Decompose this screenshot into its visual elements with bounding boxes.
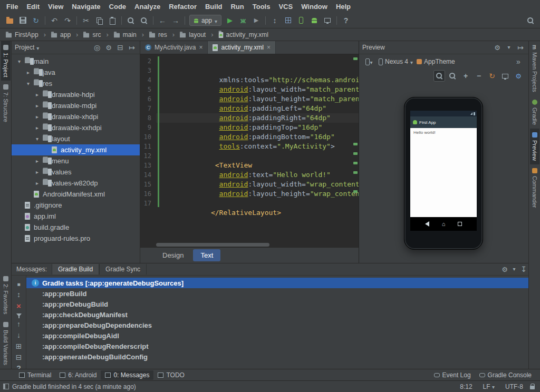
code-line[interactable]: 13 android:layout_width="wrap_content" xyxy=(140,161,359,170)
project-panel-title[interactable]: Project xyxy=(15,44,34,51)
error-stripe-mark[interactable] xyxy=(353,152,358,155)
caret-position[interactable]: 8:12 xyxy=(456,383,476,390)
menu-item[interactable]: Navigate xyxy=(68,2,104,12)
redo-icon[interactable] xyxy=(61,14,74,27)
zoom-in-icon[interactable] xyxy=(460,70,471,82)
zoom-actual-icon[interactable] xyxy=(447,70,458,82)
undo-icon[interactable] xyxy=(48,14,61,27)
run-configuration-select[interactable]: app xyxy=(189,15,221,26)
chevron-down-icon[interactable] xyxy=(36,44,39,51)
code-line[interactable]: 2 xmlns:tools="http://schemas.android.co xyxy=(140,56,359,66)
tree-row[interactable]: ▸ values xyxy=(12,166,140,178)
code-editor[interactable]: 2 xmlns:tools="http://schemas.android.co… xyxy=(140,54,359,247)
navigate-forward-icon[interactable] xyxy=(169,14,182,27)
tree-row[interactable]: app.iml xyxy=(12,211,140,222)
run-button[interactable] xyxy=(224,14,236,27)
editor-mode-tab[interactable]: Design xyxy=(155,249,191,261)
breadcrumb-item[interactable]: res xyxy=(148,31,178,38)
replace-icon[interactable] xyxy=(138,14,150,27)
preview-settings-icon[interactable] xyxy=(513,70,524,82)
encoding-select[interactable]: UTF-8 xyxy=(502,383,527,390)
line-number[interactable]: 4 xyxy=(140,75,156,85)
scroll-from-source-icon[interactable] xyxy=(92,43,102,52)
tree-expand-arrow[interactable]: ▸ xyxy=(27,70,34,75)
code-line[interactable]: 8 android:paddingBottom="16dp" xyxy=(140,113,359,123)
error-stripe-mark[interactable] xyxy=(353,171,358,174)
tree-row[interactable]: activity_my.xml xyxy=(12,144,140,155)
line-number[interactable]: 13 xyxy=(140,161,156,170)
editor-tab[interactable]: activity_my.xml × xyxy=(208,41,275,54)
message-row[interactable]: :app:compileDebugRenderscript xyxy=(26,341,528,351)
tree-row[interactable]: ▸ drawable-xhdpi xyxy=(12,111,140,122)
expand-all-icon[interactable] xyxy=(16,342,22,350)
tree-row[interactable]: build.gradle xyxy=(12,222,140,233)
tree-row[interactable]: ▾ main xyxy=(12,56,140,67)
stop-icon[interactable] xyxy=(17,280,20,287)
line-number[interactable]: 2 xyxy=(140,56,156,66)
code-line[interactable]: 6 android:paddingRight="64dp" xyxy=(140,94,359,104)
run-with-coverage-icon[interactable] xyxy=(250,14,263,27)
find-icon[interactable] xyxy=(124,14,137,27)
line-number[interactable]: 9 xyxy=(140,123,156,132)
scroll-to-end-icon[interactable] xyxy=(519,264,528,274)
paste-icon[interactable] xyxy=(106,14,119,27)
line-number[interactable]: 12 xyxy=(140,151,156,161)
copy-icon[interactable] xyxy=(93,14,105,27)
line-separator-select[interactable]: LF xyxy=(479,383,498,390)
error-stripe-mark[interactable] xyxy=(353,162,358,164)
tree-row[interactable]: ▸ drawable-mdpi xyxy=(12,100,140,111)
tool-window-button[interactable]: Preview xyxy=(530,129,539,164)
chevron-down-icon[interactable] xyxy=(504,43,514,52)
tree-row[interactable]: proguard-rules.pro xyxy=(12,233,140,244)
help-icon[interactable] xyxy=(16,365,21,369)
gear-icon[interactable] xyxy=(104,43,113,52)
tree-row[interactable]: ▾ res xyxy=(12,78,140,89)
orientation-select[interactable] xyxy=(363,56,375,67)
attach-debugger-icon[interactable] xyxy=(268,14,281,27)
line-number[interactable]: 7 xyxy=(140,104,156,113)
code-line[interactable]: 14 android:layout_height="wrap_conten xyxy=(140,170,359,180)
tree-row[interactable]: ▸ java xyxy=(12,67,140,78)
menu-item[interactable]: Tools xyxy=(248,2,275,12)
tool-window-button[interactable]: Commander xyxy=(530,164,539,212)
zoom-out-icon[interactable] xyxy=(473,70,485,82)
gear-icon[interactable] xyxy=(493,43,502,52)
menu-item[interactable]: Code xyxy=(105,2,131,12)
sync-icon[interactable] xyxy=(30,14,42,27)
tool-window-button[interactable]: Gradle xyxy=(530,96,539,129)
debug-button[interactable] xyxy=(237,14,249,27)
editor-tab[interactable]: MyActivity.java × xyxy=(140,41,208,54)
line-number[interactable]: 11 xyxy=(140,142,156,151)
toggle-toolwindows-icon[interactable] xyxy=(3,384,9,389)
line-number[interactable]: 3 xyxy=(140,66,156,75)
refresh-preview-icon[interactable] xyxy=(486,70,498,82)
tree-row[interactable]: ▸ drawable-xxhdpi xyxy=(12,122,140,133)
collapse-all-icon[interactable] xyxy=(16,354,22,361)
android-monitor-icon[interactable] xyxy=(321,14,334,27)
tool-window-button[interactable]: Build Variants xyxy=(1,318,11,369)
tree-row[interactable]: ▸ values-w820dp xyxy=(12,178,140,189)
tree-row[interactable]: ▸ drawable-hdpi xyxy=(12,89,140,100)
breadcrumb-item[interactable]: main xyxy=(112,31,148,38)
tool-window-button[interactable]: 1: Project xyxy=(1,41,11,81)
messages-tab[interactable]: Gradle Build xyxy=(52,264,99,275)
avd-manager-icon[interactable] xyxy=(295,14,307,27)
message-row[interactable]: :app:preBuild xyxy=(26,288,528,299)
horizontal-scrollbar[interactable] xyxy=(156,243,269,247)
editor-mode-tab[interactable]: Text xyxy=(193,249,220,261)
layout-inspector-icon[interactable] xyxy=(282,14,294,27)
line-number[interactable]: 5 xyxy=(140,85,156,94)
theme-select[interactable]: AppTheme xyxy=(417,58,455,65)
menu-item[interactable]: VCS xyxy=(274,2,297,12)
breadcrumb-item[interactable]: activity_my.xml xyxy=(217,31,269,38)
breadcrumb-item[interactable]: src xyxy=(82,31,112,38)
help-icon[interactable] xyxy=(340,14,352,27)
code-line[interactable]: 4 android:layout_height="match_parent" xyxy=(140,75,359,85)
code-line[interactable]: 17 xyxy=(140,199,359,208)
tree-row[interactable]: ▸ menu xyxy=(12,155,140,166)
screenshot-icon[interactable] xyxy=(499,70,511,82)
menu-item[interactable]: Window xyxy=(297,2,332,12)
tool-window-button[interactable]: TODO xyxy=(153,370,188,380)
code-line[interactable]: 5 android:paddingLeft="64dp" xyxy=(140,85,359,94)
line-number[interactable]: 8 xyxy=(140,113,156,123)
